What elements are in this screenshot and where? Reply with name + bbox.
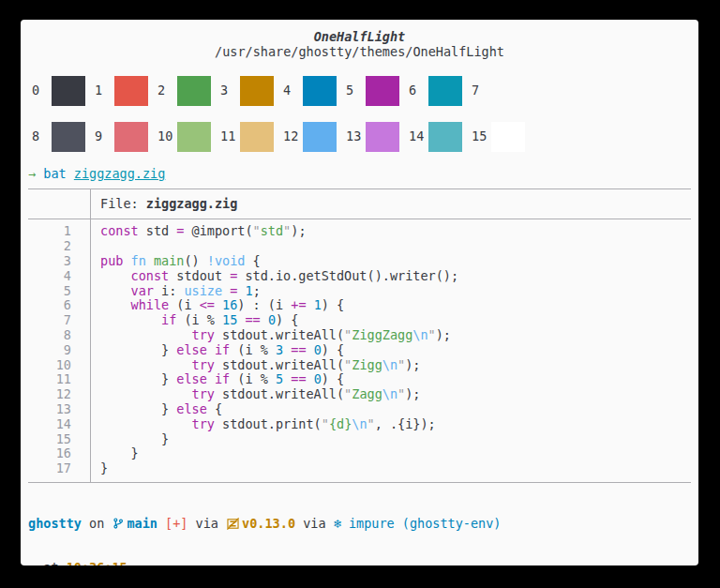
shell-prompt: ghostty on main [+] via v0.13.0 via ❄ im… <box>28 487 691 565</box>
theme-title: OneHalfLight <box>28 30 691 45</box>
swatch-index-label: 12 <box>279 129 300 144</box>
palette-swatch-0: 0 <box>28 76 91 106</box>
code-line: if (i % 15 == 0) { <box>91 313 298 328</box>
code-row: 13 } else { <box>28 402 691 417</box>
palette-swatch-4: 4 <box>279 76 342 106</box>
palette-swatch-13: 13 <box>342 122 405 152</box>
line-number: 2 <box>28 239 91 254</box>
code-line: const std = @import("std"); <box>91 224 307 239</box>
code-line: const stdout = std.io.getStdOut().writer… <box>91 269 458 284</box>
line-number: 9 <box>28 343 91 358</box>
palette-swatch-1: 1 <box>91 76 154 106</box>
palette-swatch-6: 6 <box>405 76 468 106</box>
code-row: 8 try stdout.writeAll("ZiggZagg\n"); <box>28 328 691 343</box>
swatch-color-box <box>303 122 337 152</box>
palette-swatch-3: 3 <box>217 76 279 106</box>
swatch-color-box <box>366 122 399 152</box>
prompt-git-status: main [+] via <box>127 517 226 532</box>
swatch-index-label: 8 <box>28 129 49 144</box>
code-row: 3pub fn main() !void { <box>28 254 691 269</box>
code-line: } else { <box>91 402 222 417</box>
bat-gutter <box>28 189 91 219</box>
line-number: 11 <box>28 372 91 387</box>
palette-row-8-15: 89101112131415 <box>28 122 691 152</box>
shell-command-line: → bat ziggzagg.zig <box>28 167 691 182</box>
palette-swatch-14: 14 <box>405 122 468 152</box>
palette-swatch-8: 8 <box>28 122 91 152</box>
line-number: 1 <box>28 224 91 239</box>
code-line: } else if (i % 5 == 0) { <box>91 372 344 387</box>
line-number: 12 <box>28 387 91 402</box>
line-number: 13 <box>28 402 91 417</box>
code-line: } <box>91 432 169 447</box>
swatch-color-box <box>114 122 148 152</box>
code-row: 9 } else if (i % 3 == 0) { <box>28 343 691 358</box>
code-row: 14 try stdout.print("{d}\n", .{i}); <box>28 417 691 432</box>
terminal-window[interactable]: OneHalfLight /usr/share/ghostty/themes/O… <box>21 20 698 565</box>
code-row: 10 try stdout.writeAll("Zigg\n"); <box>28 358 691 373</box>
code-line: try stdout.print("{d}\n", .{i}); <box>91 417 436 432</box>
palette-row-0-7: 01234567 <box>28 76 691 106</box>
prompt-nix-env: v0.13.0 via ❄ impure (ghostty-env) <box>242 517 501 532</box>
prompt-line-2: ✦ at 10:36:15 → <box>28 561 691 565</box>
code-row: 17} <box>28 461 691 476</box>
prompt-line-1: ghostty on main [+] via v0.13.0 via ❄ im… <box>28 517 691 532</box>
swatch-color-box <box>177 122 211 152</box>
palette-swatch-12: 12 <box>279 122 342 152</box>
line-number: 3 <box>28 254 91 269</box>
bat-output: File: ziggzagg.zig 1const std = @import(… <box>28 188 691 483</box>
palette-swatch-15: 15 <box>468 122 531 152</box>
palette-swatch-2: 2 <box>154 76 217 106</box>
line-number: 5 <box>28 284 91 299</box>
palette-swatch-9: 9 <box>91 122 154 152</box>
code-row: 4 const stdout = std.io.getStdOut().writ… <box>28 269 691 284</box>
swatch-index-label: 15 <box>468 129 488 144</box>
code-line: try stdout.writeAll("Zigg\n"); <box>91 358 420 373</box>
swatch-color-box <box>303 76 337 106</box>
code-line: pub fn main() !void { <box>91 254 261 269</box>
swatch-index-label: 5 <box>342 83 363 98</box>
code-line: try stdout.writeAll("Zagg\n"); <box>91 387 420 402</box>
line-number: 7 <box>28 313 91 328</box>
swatch-color-box <box>428 122 462 152</box>
swatch-index-label: 4 <box>279 83 300 98</box>
code-row: 11 } else if (i % 5 == 0) { <box>28 372 691 387</box>
code-row: 12 try stdout.writeAll("Zagg\n"); <box>28 387 691 402</box>
code-row: 7 if (i % 15 == 0) { <box>28 313 691 328</box>
code-line: } <box>91 461 108 476</box>
swatch-color-box <box>240 76 274 106</box>
code-row: 16 } <box>28 446 691 461</box>
line-number: 6 <box>28 298 91 313</box>
line-number: 16 <box>28 446 91 461</box>
code-line: } <box>91 446 139 461</box>
swatch-index-label: 7 <box>468 83 488 98</box>
line-number: 8 <box>28 328 91 343</box>
swatch-index-label: 2 <box>154 83 174 98</box>
code-line <box>91 239 100 254</box>
code-row: 5 var i: usize = 1; <box>28 284 691 299</box>
code-row: 1const std = @import("std"); <box>28 224 691 239</box>
line-number: 10 <box>28 358 91 373</box>
palette-swatch-10: 10 <box>154 122 217 152</box>
palette-swatch-7: 7 <box>468 76 531 106</box>
code-row: 6 while (i <= 16) : (i += 1) { <box>28 298 691 313</box>
code-line: var i: usize = 1; <box>91 284 261 299</box>
swatch-index-label: 13 <box>342 129 363 144</box>
swatch-index-label: 1 <box>91 83 112 98</box>
swatch-color-box <box>240 122 274 152</box>
swatch-color-box <box>491 76 525 106</box>
code-line: while (i <= 16) : (i += 1) { <box>91 298 344 313</box>
bat-file-name: File: ziggzagg.zig <box>91 197 237 212</box>
swatch-color-box <box>366 76 399 106</box>
swatch-color-box <box>428 76 462 106</box>
code-line: } else if (i % 3 == 0) { <box>91 343 344 358</box>
swatch-index-label: 10 <box>154 129 174 144</box>
swatch-color-box <box>177 76 211 106</box>
line-number: 17 <box>28 461 91 476</box>
git-branch-icon <box>112 517 124 530</box>
swatch-color-box <box>52 122 85 152</box>
swatch-color-box <box>491 122 525 152</box>
swatch-index-label: 9 <box>91 129 112 144</box>
swatch-index-label: 6 <box>405 83 426 98</box>
swatch-index-label: 11 <box>217 129 237 144</box>
